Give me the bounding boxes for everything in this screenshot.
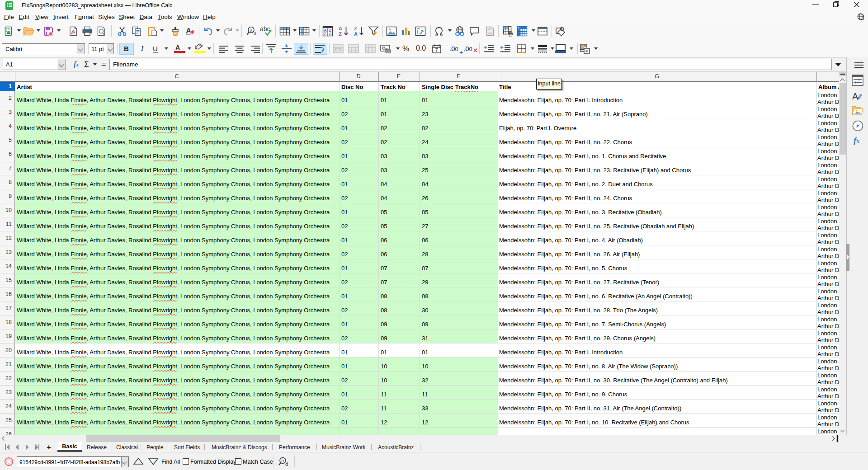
svg-text:*: *	[518, 26, 519, 31]
svg-text:Z: Z	[339, 31, 342, 37]
svg-text:A: A	[354, 31, 358, 37]
svg-text:Z: Z	[324, 32, 326, 36]
svg-text:7: 7	[435, 47, 438, 53]
svg-text:d: d	[285, 461, 288, 467]
svg-text:a: a	[281, 458, 284, 463]
svg-text:abc: abc	[260, 25, 270, 33]
svg-text:a: a	[250, 27, 253, 33]
svg-text:Z: Z	[354, 26, 357, 31]
svg-text:A: A	[329, 32, 332, 36]
svg-text:≠: ≠	[585, 48, 588, 54]
svg-text:A: A	[339, 26, 342, 31]
svg-text:d: d	[254, 31, 256, 36]
